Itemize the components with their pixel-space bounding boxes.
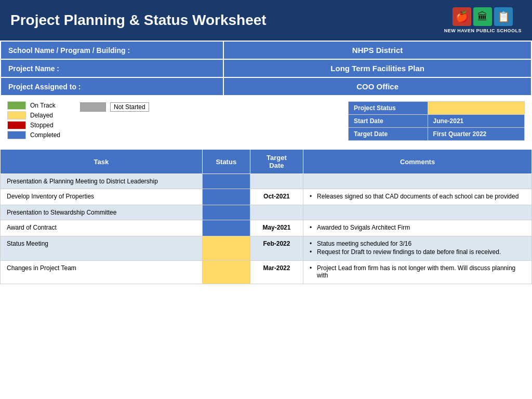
info-table: School Name / Program / Building : NHPS … — [0, 41, 532, 96]
task-cell: Presentation & Planning Meeting to Distr… — [1, 174, 203, 189]
legend-box-green — [7, 101, 26, 110]
not-started-area: Not Started — [80, 102, 149, 112]
school-value: NHPS District — [223, 41, 531, 59]
logo-area: 🍎 🏛 📋 NEW HAVEN PUBLIC SCHOOLS — [444, 7, 522, 33]
info-row-assigned: Project Assigned to : COO Office — [1, 77, 531, 96]
status-cell — [202, 174, 250, 189]
table-row: Develop Inventory of PropertiesOct-2021•… — [1, 189, 532, 205]
comment-item: •Releases signed so that CAD documents o… — [310, 193, 525, 200]
legend: On Track Delayed Stopped Completed — [7, 101, 70, 139]
comments-cell — [303, 205, 532, 220]
comments-cell: •Project Lead from firm has is not longe… — [303, 261, 532, 284]
task-cell: Award of Contract — [1, 220, 203, 236]
comments-cell: •Status meeting scheduled for 3/16•Reque… — [303, 236, 532, 261]
table-row: Award of ContractMay-2021•Awarded to Svi… — [1, 220, 532, 236]
page-header: Project Planning & Status Worksheet 🍎 🏛 … — [0, 0, 532, 41]
target-cell: May-2021 — [250, 220, 303, 236]
comments-cell — [303, 174, 532, 189]
ps-start-value: June-2021 — [428, 115, 524, 128]
target-cell — [250, 174, 303, 189]
logo-text: NEW HAVEN PUBLIC SCHOOLS — [444, 28, 522, 33]
logo-icon-book: 📋 — [494, 7, 513, 26]
legend-on-track-label: On Track — [30, 102, 56, 109]
status-cell — [202, 205, 250, 220]
ps-row-target: Target Date First Quarter 2022 — [349, 128, 525, 141]
school-label: School Name / Program / Building : — [1, 41, 223, 59]
task-cell: Changes in Project Team — [1, 261, 203, 284]
ps-row-status: Project Status — [349, 102, 525, 115]
logo-icons: 🍎 🏛 📋 — [453, 7, 513, 26]
legend-and-not-started: On Track Delayed Stopped Completed Not S… — [7, 101, 149, 139]
legend-completed-label: Completed — [30, 131, 60, 139]
status-cell — [202, 189, 250, 205]
target-cell — [250, 205, 303, 220]
task-cell: Develop Inventory of Properties — [1, 189, 203, 205]
comment-item: •Status meeting scheduled for 3/16 — [310, 240, 525, 247]
legend-delayed-label: Delayed — [30, 112, 53, 119]
not-started-box — [80, 102, 106, 112]
legend-box-blue — [7, 131, 26, 139]
status-cell — [202, 261, 250, 284]
project-status-table: Project Status Start Date June-2021 Targ… — [348, 101, 525, 141]
target-cell: Feb-2022 — [250, 236, 303, 261]
project-status-area: Project Status Start Date June-2021 Targ… — [348, 101, 525, 141]
comments-cell: •Awarded to Svigals Architect Firm — [303, 220, 532, 236]
legend-stopped-label: Stopped — [30, 122, 54, 129]
project-value: Long Term Facilities Plan — [223, 59, 531, 77]
comment-item: •Awarded to Svigals Architect Firm — [310, 224, 525, 231]
ps-start-label: Start Date — [349, 115, 428, 128]
th-target: TargetDate — [250, 150, 303, 174]
info-row-school: School Name / Program / Building : NHPS … — [1, 41, 531, 59]
ps-target-value: First Quarter 2022 — [428, 128, 524, 141]
comments-cell: •Releases signed so that CAD documents o… — [303, 189, 532, 205]
project-label: Project Name : — [1, 59, 223, 77]
not-started-label: Not Started — [110, 102, 149, 112]
assigned-value: COO Office — [223, 77, 531, 96]
comment-item: •Project Lead from firm has is not longe… — [310, 264, 525, 279]
table-row: Presentation & Planning Meeting to Distr… — [1, 174, 532, 189]
th-status: Status — [202, 150, 250, 174]
th-task: Task — [1, 150, 203, 174]
ps-status-value — [428, 102, 524, 115]
table-header-row: Task Status TargetDate Comments — [1, 150, 532, 174]
middle-section: On Track Delayed Stopped Completed Not S… — [0, 96, 532, 146]
logo-icon-building: 🏛 — [473, 7, 492, 26]
comment-item: •Request for Draft to review findings to… — [310, 248, 525, 256]
th-comments: Comments — [303, 150, 532, 174]
logo-icon-apple: 🍎 — [453, 7, 471, 26]
legend-box-yellow — [7, 111, 26, 119]
legend-stopped: Stopped — [7, 121, 70, 129]
legend-box-red — [7, 121, 26, 129]
target-cell: Mar-2022 — [250, 261, 303, 284]
legend-delayed: Delayed — [7, 111, 70, 119]
table-row: Presentation to Stewardship Committee — [1, 205, 532, 220]
assigned-label: Project Assigned to : — [1, 77, 223, 96]
table-row: Status MeetingFeb-2022•Status meeting sc… — [1, 236, 532, 261]
table-row: Changes in Project TeamMar-2022•Project … — [1, 261, 532, 284]
legend-completed: Completed — [7, 131, 70, 139]
status-cell — [202, 236, 250, 261]
ps-row-start: Start Date June-2021 — [349, 115, 525, 128]
page-title: Project Planning & Status Worksheet — [10, 12, 267, 29]
ps-target-label: Target Date — [349, 128, 428, 141]
info-row-project: Project Name : Long Term Facilities Plan — [1, 59, 531, 77]
task-cell: Presentation to Stewardship Committee — [1, 205, 203, 220]
ps-status-label: Project Status — [349, 102, 428, 115]
target-cell: Oct-2021 — [250, 189, 303, 205]
task-table: Task Status TargetDate Comments Presenta… — [0, 149, 532, 284]
task-cell: Status Meeting — [1, 236, 203, 261]
status-cell — [202, 220, 250, 236]
legend-on-track: On Track — [7, 101, 70, 110]
